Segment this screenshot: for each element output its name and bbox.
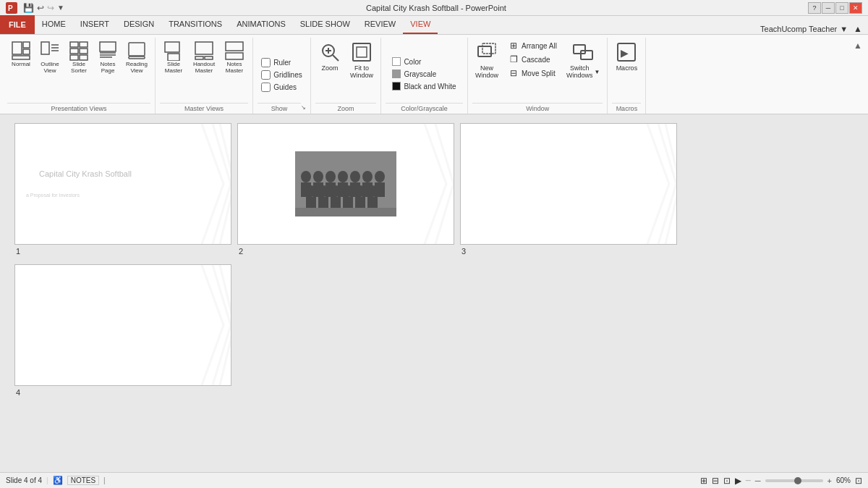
svg-rect-23 — [168, 54, 179, 61]
restore-button[interactable]: □ — [835, 2, 848, 14]
outline-view-button[interactable]: OutlineView — [36, 39, 64, 75]
tab-slideshow[interactable]: SLIDE SHOW — [293, 15, 357, 34]
tab-file[interactable]: FILE — [0, 15, 35, 34]
notes-page-button[interactable]: NotesPage — [94, 39, 122, 75]
tab-transitions[interactable]: TRANSITIONS — [161, 15, 229, 34]
macros-icon: ▶ — [615, 41, 638, 64]
tab-view[interactable]: VIEW — [403, 15, 438, 34]
presentation-views-group: Normal OutlineView SlideSorter NotesPage — [3, 38, 156, 114]
notes-master-label: NotesMaster — [226, 61, 243, 74]
ruler-checkbox-label[interactable]: Ruler — [261, 58, 291, 67]
fit-slide-button[interactable]: ⊡ — [855, 476, 862, 486]
switch-windows-label: SwitchWindows▼ — [566, 64, 600, 79]
svg-rect-6 — [41, 42, 49, 54]
new-window-label: NewWindow — [475, 64, 498, 79]
svg-rect-11 — [80, 42, 88, 47]
cascade-button[interactable]: ❐ Cascade — [506, 53, 559, 66]
slide-number-4: 4 — [14, 388, 20, 397]
slide-item-2: 2 — [237, 123, 454, 256]
help-button[interactable]: ? — [808, 2, 821, 14]
svg-point-59 — [318, 185, 328, 197]
slide-sorter-button[interactable]: SlideSorter — [65, 39, 93, 75]
notes-page-label: NotesPage — [101, 61, 116, 74]
slide-master-button[interactable]: SlideMaster — [160, 39, 187, 75]
color-option[interactable]: Color — [390, 56, 423, 67]
normal-view-label: Normal — [12, 61, 30, 67]
zoom-group: Zoom Fit toWindow Zoom — [311, 38, 381, 114]
svg-point-51 — [350, 171, 360, 182]
arrange-all-icon: ⊞ — [508, 40, 519, 51]
grayscale-option[interactable]: Grayscale — [390, 69, 438, 79]
zoom-out-button[interactable]: ─ — [755, 476, 761, 485]
reading-view-button[interactable]: ReadingView — [123, 39, 150, 75]
slide-sorter-area: Capital City Krash Softball a Proposal f… — [0, 114, 868, 472]
team-photo — [295, 151, 396, 216]
normal-view-icon — [11, 41, 31, 61]
new-window-button[interactable]: NewWindow — [472, 39, 501, 80]
close-button[interactable]: ✕ — [849, 2, 862, 14]
guides-checkbox[interactable] — [261, 83, 271, 92]
view-normal-icon[interactable]: ⊞ — [700, 476, 707, 486]
gridlines-checkbox[interactable] — [261, 70, 271, 80]
ruler-label: Ruler — [273, 59, 291, 67]
outline-view-label: OutlineView — [41, 61, 59, 74]
view-reading-icon[interactable]: ⊡ — [723, 476, 731, 486]
tab-animations[interactable]: ANIMATIONS — [229, 15, 293, 34]
title-bar: P 💾 ↩ ↪ ▼ Capital City Krash Softball - … — [0, 0, 868, 16]
customize-icon[interactable]: ▼ — [57, 4, 64, 12]
normal-view-button[interactable]: Normal — [7, 39, 35, 69]
notes-master-button[interactable]: NotesMaster — [221, 39, 248, 75]
zoom-in-button[interactable]: + — [827, 476, 832, 485]
gridlines-checkbox-label[interactable]: Gridlines — [261, 70, 302, 80]
slide-thumb-3[interactable] — [460, 123, 677, 245]
handout-master-button[interactable]: HandoutMaster — [190, 39, 218, 75]
guides-checkbox-label[interactable]: Guides — [261, 83, 297, 92]
ribbon-collapse-arrow[interactable]: ▲ — [854, 41, 862, 51]
view-sorter-icon[interactable]: ⊟ — [712, 476, 719, 486]
svg-rect-38 — [581, 51, 592, 59]
show-group: Ruler Gridlines Guides Show ↘ — [253, 38, 311, 114]
new-window-icon — [475, 41, 498, 64]
tab-review[interactable]: REVIEW — [357, 15, 403, 34]
svg-point-67 — [367, 185, 378, 197]
notes-toggle[interactable]: NOTES — [67, 476, 99, 485]
slide-info: Slide 4 of 4 — [6, 476, 42, 484]
slide-thumb-4[interactable] — [14, 264, 231, 386]
black-white-label: Black and White — [404, 83, 456, 91]
tab-design[interactable]: DESIGN — [116, 15, 161, 34]
redo-icon[interactable]: ↪ — [47, 3, 54, 13]
arrange-all-button[interactable]: ⊞ Arrange All — [506, 39, 559, 52]
svg-point-53 — [362, 171, 373, 182]
slide-thumb-2[interactable] — [237, 123, 454, 245]
svg-rect-13 — [80, 49, 88, 54]
notes-page-icon — [98, 41, 118, 61]
ribbon-collapse-icon[interactable]: ▲ — [854, 24, 862, 34]
cascade-icon: ❐ — [508, 54, 519, 65]
notes-master-icon — [224, 41, 244, 61]
slide-thumb-1[interactable]: Capital City Krash Softball a Proposal f… — [14, 123, 231, 245]
svg-point-49 — [338, 171, 348, 182]
view-slideshow-icon[interactable]: ▶ — [735, 476, 741, 486]
svg-rect-20 — [129, 43, 145, 56]
fit-to-window-button[interactable]: Fit toWindow — [347, 39, 376, 80]
save-icon[interactable]: 💾 — [23, 3, 34, 13]
slide-number-1: 1 — [14, 247, 20, 256]
tab-home[interactable]: HOME — [35, 15, 73, 34]
show-expand-icon[interactable]: ↘ — [301, 104, 306, 111]
black-white-option[interactable]: Black and White — [390, 81, 458, 91]
svg-point-57 — [306, 185, 316, 197]
minimize-button[interactable]: ─ — [822, 2, 835, 14]
zoom-button[interactable]: Zoom — [315, 39, 344, 73]
svg-point-43 — [301, 171, 311, 182]
fit-to-window-icon — [350, 41, 373, 64]
tab-insert[interactable]: INSERT — [73, 15, 116, 34]
undo-icon[interactable]: ↩ — [37, 3, 44, 13]
accessibility-icon[interactable]: ♿ — [53, 476, 63, 484]
svg-rect-33 — [353, 43, 370, 61]
switch-windows-button[interactable]: SwitchWindows▼ — [563, 39, 603, 80]
user-dropdown-icon[interactable]: ▼ — [840, 25, 848, 33]
ruler-checkbox[interactable] — [261, 58, 271, 67]
move-split-button[interactable]: ⊟ Move Split — [506, 67, 559, 80]
macros-button[interactable]: ▶ Macros — [612, 39, 641, 73]
zoom-slider[interactable] — [765, 479, 823, 482]
